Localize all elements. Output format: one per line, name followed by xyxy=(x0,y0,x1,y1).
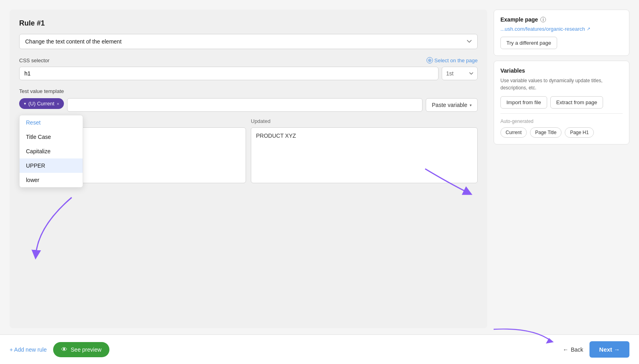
next-button[interactable]: Next → xyxy=(589,341,629,358)
paste-variable-label: Paste variable xyxy=(432,102,467,108)
dropdown-item-lower[interactable]: lower xyxy=(20,173,83,187)
dropdown-item-capitalize[interactable]: Capitalize xyxy=(20,144,83,158)
chip-page-title[interactable]: Page Title xyxy=(530,127,562,138)
variables-description: Use variable values to dynamically updat… xyxy=(500,77,623,91)
bottom-right-actions: ← Back Next → xyxy=(563,341,629,358)
chip-page-h1[interactable]: Page H1 xyxy=(565,127,594,138)
dropdown-item-upper[interactable]: UPPER xyxy=(20,158,83,173)
card-divider xyxy=(500,113,623,114)
select-on-page-text: Select on the page xyxy=(435,57,478,63)
test-value-label: Test value template xyxy=(19,88,478,94)
back-button[interactable]: ← Back xyxy=(563,346,583,353)
external-link-icon: ↗ xyxy=(587,26,590,32)
import-from-file-button[interactable]: Import from file xyxy=(500,96,547,109)
updated-preview-box: PRODUCT XYZ xyxy=(251,127,478,183)
auto-generated-label: Auto-generated xyxy=(500,119,623,124)
preview-cols: Current Updated PRODUCT XYZ xyxy=(19,118,478,183)
close-icon[interactable]: × xyxy=(57,101,59,106)
example-page-title: Example page i xyxy=(500,16,623,23)
paste-variable-chevron-icon: ▾ xyxy=(470,103,472,107)
eye-icon: 👁 xyxy=(61,346,67,353)
updated-preview-value: PRODUCT XYZ xyxy=(256,133,296,139)
example-page-link[interactable]: ...ush.com/features/organic-research ↗ xyxy=(500,26,623,32)
rule-title: Rule #1 xyxy=(19,19,478,28)
select-on-page-link[interactable]: ⊕ Select on the page xyxy=(427,57,478,63)
preview-section: Current Updated PRODUCT XYZ xyxy=(19,118,478,183)
case-dropdown: Reset Title Case Capitalize UPPER lower xyxy=(19,115,83,188)
bottom-bar: + Add new rule 👁 See preview ← Back Next… xyxy=(0,334,639,364)
current-tag-button[interactable]: ▾ (U) Current × xyxy=(19,98,64,109)
add-rule-label: + Add new rule xyxy=(10,346,47,353)
next-label: Next → xyxy=(599,346,620,353)
variables-card: Variables Use variable values to dynamic… xyxy=(494,61,629,144)
variables-title: Variables xyxy=(500,67,623,74)
dropdown-item-title-case[interactable]: Title Case xyxy=(20,130,83,144)
test-value-row: ▾ (U) Current × Reset Title Case Capital… xyxy=(19,98,478,112)
try-different-button[interactable]: Try a different page xyxy=(500,37,557,49)
dropdown-container: ▾ (U) Current × Reset Title Case Capital… xyxy=(19,98,64,112)
svg-marker-0 xyxy=(545,337,554,343)
bottom-left-actions: + Add new rule 👁 See preview xyxy=(10,342,109,357)
css-input[interactable] xyxy=(19,67,439,80)
paste-variable-button[interactable]: Paste variable ▾ xyxy=(426,98,478,112)
updated-preview-col: Updated PRODUCT XYZ xyxy=(251,118,478,183)
test-value-text-input[interactable] xyxy=(67,98,423,112)
current-tag-label: (U) Current xyxy=(28,101,54,107)
circle-plus-icon: ⊕ xyxy=(427,57,433,63)
css-selector-row: 1st xyxy=(19,67,478,80)
back-arrow-icon: ← xyxy=(563,346,568,353)
back-label: Back xyxy=(571,346,583,353)
rule-type-select[interactable]: Change the text content of the element xyxy=(19,34,478,49)
occurrence-select[interactable]: 1st xyxy=(442,67,478,80)
example-link-text: ...ush.com/features/organic-research xyxy=(500,26,585,32)
right-panel: Example page i ...ush.com/features/organ… xyxy=(494,10,629,328)
info-icon: i xyxy=(540,17,546,22)
see-preview-label: See preview xyxy=(71,346,101,353)
chevron-down-icon: ▾ xyxy=(24,101,26,106)
example-page-card: Example page i ...ush.com/features/organ… xyxy=(494,10,629,56)
auto-generated-chips: Current Page Title Page H1 xyxy=(500,127,623,138)
css-selector-section: CSS selector ⊕ Select on the page xyxy=(19,57,478,63)
dropdown-item-reset[interactable]: Reset xyxy=(20,115,83,130)
left-panel: Rule #1 Change the text content of the e… xyxy=(10,10,487,328)
extract-from-page-button[interactable]: Extract from page xyxy=(550,96,603,109)
css-selector-label: CSS selector xyxy=(19,57,50,63)
see-preview-button[interactable]: 👁 See preview xyxy=(53,342,109,357)
chip-current[interactable]: Current xyxy=(500,127,527,138)
add-rule-button[interactable]: + Add new rule xyxy=(10,346,47,353)
updated-preview-label: Updated xyxy=(251,118,478,124)
